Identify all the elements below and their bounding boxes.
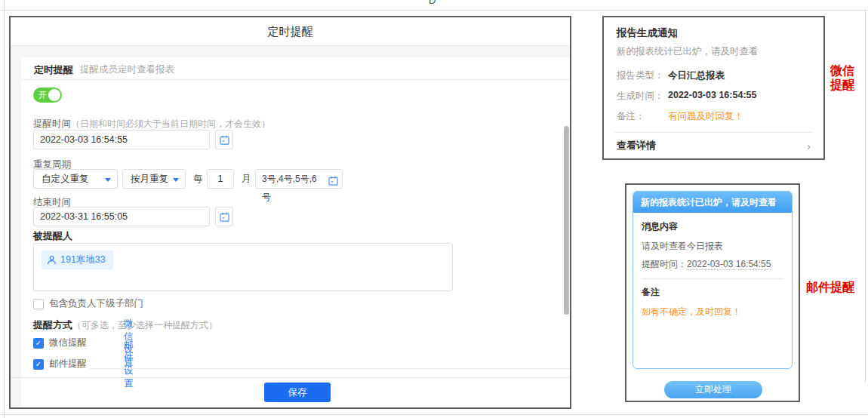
remark-row: 备注： 有问题及时回复！ bbox=[617, 110, 811, 123]
days-calendar-button[interactable] bbox=[328, 174, 338, 192]
report-type-label: 报告类型： bbox=[617, 69, 668, 82]
check-icon: ✓ bbox=[35, 360, 42, 368]
scheduled-reminder-panel: 定时提醒 定时提醒 提醒成员定时查看报表 开 提醒时间（日期和时间必须大于当前日… bbox=[9, 16, 571, 409]
remind-time-input[interactable] bbox=[33, 130, 210, 149]
end-time-input[interactable] bbox=[33, 207, 210, 226]
check-icon: ✓ bbox=[35, 339, 42, 347]
calendar-icon bbox=[220, 135, 229, 145]
right-guide-line bbox=[865, 10, 866, 382]
top-guide-line bbox=[0, 10, 868, 11]
repeat-mode-select[interactable]: 自定义重复 bbox=[33, 169, 118, 189]
report-type-row: 报告类型： 今日汇总报表 bbox=[617, 69, 811, 82]
reminder-form-card: 定时提醒 提醒成员定时查看报表 开 提醒时间（日期和时间必须大于当前日期时间，才… bbox=[21, 57, 570, 407]
message-content-title: 消息内容 bbox=[642, 220, 783, 233]
tab-bar: 定时提醒 提醒成员定时查看报表 bbox=[21, 57, 570, 80]
remark-line: 如有不确定，及时回复！ bbox=[642, 306, 783, 318]
email-reminder-option[interactable]: ✓ 邮件提醒 邮件设置 bbox=[33, 358, 87, 370]
repeat-unit-value: 按月重复 bbox=[131, 174, 168, 184]
remind-method-note: （可多选，至少选择一种提醒方式） bbox=[72, 320, 217, 330]
view-details-row[interactable]: 查看详情 › bbox=[617, 133, 811, 158]
chevron-right-icon: › bbox=[807, 140, 811, 152]
include-sub-departments-label: 包含负责人下级子部门 bbox=[49, 297, 143, 310]
report-type-value: 今日汇总报表 bbox=[668, 69, 725, 82]
end-time-calendar-button[interactable] bbox=[215, 207, 233, 226]
remind-time-line-label: 提醒时间： bbox=[642, 259, 687, 269]
wechat-notification-preview: 报告生成通知 新的报表统计已出炉，请及时查看 报告类型： 今日汇总报表 生成时间… bbox=[602, 16, 825, 160]
reminded-people-box[interactable]: 191寒地33 bbox=[33, 243, 453, 291]
section-divider bbox=[89, 368, 570, 369]
panel-title: 定时提醒 bbox=[11, 17, 570, 46]
every-label: 每 bbox=[193, 169, 203, 189]
wechat-reminder-label: 微信提醒 bbox=[49, 337, 87, 349]
every-value-input[interactable] bbox=[207, 169, 234, 189]
generated-time-row: 生成时间： 2022-03-03 16:54:55 bbox=[617, 90, 811, 103]
toggle-on-label: 开 bbox=[38, 90, 47, 101]
remark-label: 备注： bbox=[617, 110, 668, 123]
footer-divider bbox=[11, 377, 570, 378]
email-card-divider bbox=[642, 278, 783, 279]
message-content-line: 请及时查看今日报表 bbox=[642, 240, 783, 253]
wechat-card-title: 报告生成通知 bbox=[617, 26, 811, 40]
include-sub-departments-row[interactable]: 包含负责人下级子部门 bbox=[33, 297, 143, 310]
member-tag[interactable]: 191寒地33 bbox=[42, 250, 113, 269]
save-button[interactable]: 保存 bbox=[264, 383, 331, 402]
reminded-people-label: 被提醒人 bbox=[33, 229, 72, 243]
toggle-knob bbox=[48, 89, 60, 101]
email-notification-preview: 新的报表统计已出炉，请及时查看 消息内容 请及时查看今日报表 提醒时间：2022… bbox=[625, 183, 800, 402]
wechat-annotation: 微信提醒 bbox=[830, 63, 859, 92]
process-now-button[interactable]: 立即处理 bbox=[664, 381, 762, 398]
bottom-guide-line bbox=[0, 414, 868, 415]
left-guide-line bbox=[4, 0, 5, 418]
calendar-icon bbox=[328, 176, 338, 186]
email-reminder-label: 邮件提醒 bbox=[49, 358, 87, 370]
remark-title: 备注 bbox=[642, 286, 783, 299]
wechat-card-subtitle: 新的报表统计已出炉，请及时查看 bbox=[617, 45, 811, 58]
email-card: 新的报表统计已出炉，请及时查看 消息内容 请及时查看今日报表 提醒时间：2022… bbox=[633, 191, 793, 369]
screenshot-root: D 定时提醒 定时提醒 提醒成员定时查看报表 开 提醒时间（日期和时间必须大于当… bbox=[0, 0, 868, 418]
member-name: 191寒地33 bbox=[60, 254, 106, 266]
remind-time-label: 提醒时间（日期和时间必须大于当前日期时间，才会生效） bbox=[33, 118, 270, 131]
remind-time-line: 提醒时间：2022-03-03 16:54:55 bbox=[642, 258, 783, 271]
remind-time-calendar-button[interactable] bbox=[215, 130, 233, 149]
repeat-days-value: 3号,4号,5号,6号 bbox=[262, 174, 317, 202]
cropped-text-fragment: D bbox=[429, 0, 442, 5]
reminder-on-toggle[interactable]: 开 bbox=[33, 88, 62, 103]
email-annotation: 邮件提醒 bbox=[806, 280, 854, 294]
view-details-label: 查看详情 bbox=[617, 139, 656, 152]
repeat-mode-value: 自定义重复 bbox=[42, 174, 89, 184]
month-unit-label: 月 bbox=[242, 169, 251, 189]
generated-time-value: 2022-03-03 16:54:55 bbox=[668, 90, 756, 103]
email-card-header: 新的报表统计已出炉，请及时查看 bbox=[633, 192, 792, 213]
wechat-reminder-option[interactable]: ✓ 微信提醒 微信设置 bbox=[33, 337, 87, 349]
caret-down-icon bbox=[105, 178, 111, 182]
remark-value: 有问题及时回复！ bbox=[668, 110, 743, 123]
remind-time-note: （日期和时间必须大于当前日期时间，才会生效） bbox=[71, 118, 270, 129]
generated-time-label: 生成时间： bbox=[617, 90, 668, 103]
person-icon bbox=[47, 255, 57, 265]
remind-time-line-value: 2022-03-03 16:54:55 bbox=[687, 259, 771, 270]
calendar-icon bbox=[220, 212, 229, 222]
email-settings-link[interactable]: 邮件设置 bbox=[124, 339, 134, 390]
repeat-unit-select[interactable]: 按月重复 bbox=[122, 169, 186, 189]
tab-scheduled-reminder[interactable]: 定时提醒 bbox=[34, 63, 73, 77]
checkbox-unchecked[interactable] bbox=[33, 299, 44, 309]
checkbox-checked[interactable]: ✓ bbox=[33, 338, 44, 349]
email-card-body: 消息内容 请及时查看今日报表 提醒时间：2022-03-03 16:54:55 … bbox=[633, 213, 792, 326]
tab-remind-members-view-report[interactable]: 提醒成员定时查看报表 bbox=[80, 63, 174, 76]
caret-down-icon bbox=[173, 178, 179, 182]
checkbox-checked[interactable]: ✓ bbox=[33, 359, 44, 370]
vertical-scrollbar[interactable] bbox=[564, 126, 569, 315]
repeat-days-field[interactable]: 3号,4号,5号,6号 bbox=[255, 169, 343, 189]
